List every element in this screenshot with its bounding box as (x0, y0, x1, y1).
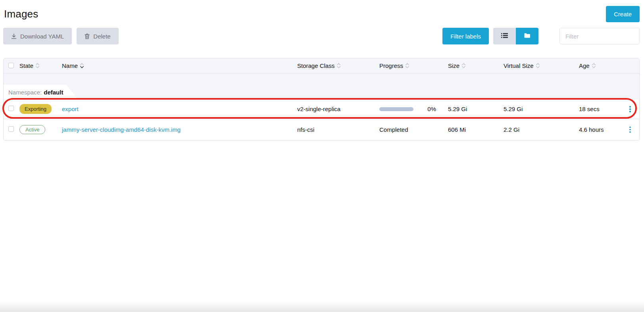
sort-icon (336, 63, 341, 69)
sort-icon (592, 63, 596, 69)
sort-icon (35, 63, 40, 69)
size-value: 606 Mi (448, 126, 466, 133)
sort-icon (536, 63, 540, 69)
images-page: Images Create Download YAML Delete Filte… (0, 0, 644, 312)
row-actions-menu-button[interactable] (627, 104, 633, 114)
filter-input[interactable] (559, 28, 640, 44)
namespace-value: default (44, 89, 63, 96)
view-toggle (493, 28, 538, 44)
namespace-label: Namespace: (8, 89, 42, 96)
progress-text: Completed (379, 126, 408, 133)
row-checkbox[interactable] (8, 106, 14, 111)
table-header-row: State Name Storage Class Progress (4, 58, 639, 73)
row-actions-menu-button[interactable] (627, 125, 633, 135)
status-badge: Exporting (19, 104, 52, 114)
select-all-checkbox[interactable] (8, 63, 14, 68)
bulk-actions: Download YAML Delete (3, 28, 119, 44)
list-icon (501, 33, 508, 39)
age-value: 4.6 hours (579, 126, 604, 133)
namespace-group-tab: Namespace: default (4, 85, 78, 100)
folder-view-button[interactable] (516, 28, 538, 44)
page-title: Images (4, 8, 38, 20)
download-yaml-button[interactable]: Download YAML (3, 28, 72, 44)
sort-icon-active-desc (80, 63, 84, 69)
virtual-size-value: 5.29 Gi (504, 106, 523, 112)
filter-controls: Filter labels (442, 28, 640, 44)
image-name-link[interactable]: jammy-server-cloudimg-amd64-disk-kvm.img (62, 126, 181, 133)
sort-icon (405, 63, 409, 69)
column-header-name[interactable]: Name (62, 62, 84, 69)
action-bar: Download YAML Delete Filter labels (0, 28, 644, 50)
sort-icon (461, 63, 466, 69)
delete-label: Delete (93, 33, 110, 40)
progress-bar (379, 107, 413, 111)
column-header-age[interactable]: Age (579, 62, 596, 69)
create-button[interactable]: Create (606, 6, 640, 22)
status-badge: Active (19, 125, 45, 134)
download-icon (11, 33, 17, 39)
table-row: Active jammy-server-cloudimg-amd64-disk-… (4, 119, 639, 140)
images-table: State Name Storage Class Progress (3, 58, 640, 141)
image-name-link[interactable]: export (62, 106, 79, 112)
row-checkbox[interactable] (8, 126, 14, 132)
column-header-state[interactable]: State (19, 62, 40, 69)
page-header: Images Create (0, 0, 644, 28)
column-header-virtual-size[interactable]: Virtual Size (504, 62, 540, 69)
virtual-size-value: 2.2 Gi (504, 126, 519, 133)
progress-percent: 0% (427, 106, 436, 112)
column-header-size[interactable]: Size (448, 62, 466, 69)
page-bottom-fade (0, 301, 644, 312)
storage-class-value: v2-single-replica (297, 106, 340, 112)
column-header-progress[interactable]: Progress (379, 62, 409, 69)
storage-class-value: nfs-csi (297, 126, 314, 133)
list-view-button[interactable] (493, 28, 516, 44)
progress-cell: 0% (379, 106, 448, 112)
download-yaml-label: Download YAML (20, 33, 64, 40)
trash-icon (85, 33, 90, 39)
delete-button[interactable]: Delete (77, 28, 118, 44)
table-row: Exporting export v2-single-replica 0% 5.… (4, 100, 639, 119)
folder-icon (524, 33, 531, 39)
column-header-storage-class[interactable]: Storage Class (297, 62, 341, 69)
size-value: 5.29 Gi (448, 106, 467, 112)
age-value: 18 secs (579, 106, 600, 112)
filter-labels-button[interactable]: Filter labels (442, 28, 489, 44)
namespace-group-row: Namespace: default (4, 73, 639, 100)
